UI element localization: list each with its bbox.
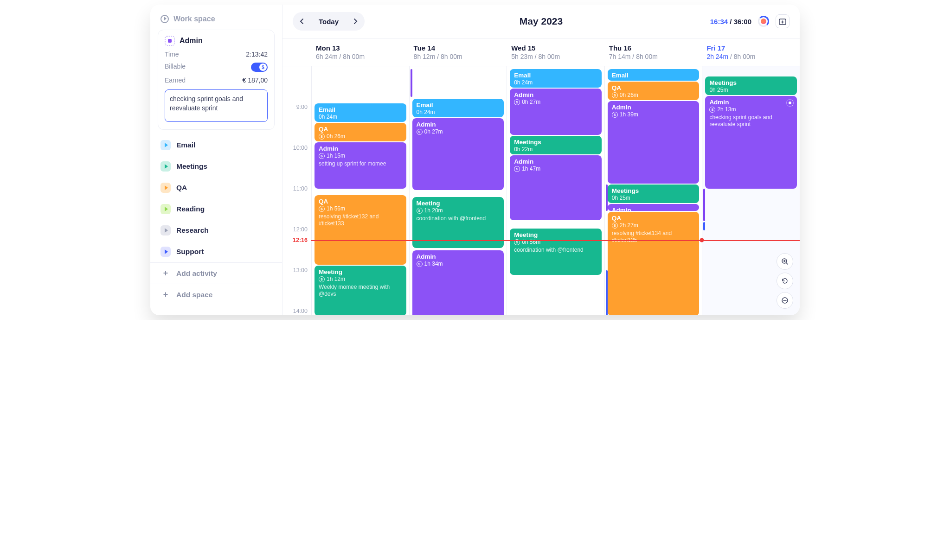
continuation-stripe: [411, 69, 412, 97]
event-title: Admin: [417, 121, 500, 128]
billable-toggle[interactable]: [251, 63, 268, 72]
event-block[interactable]: Meetings0h 22m: [510, 136, 602, 154]
event-duration: $2h 13m: [709, 106, 793, 113]
event-title: Admin: [514, 158, 597, 165]
today-button[interactable]: Today: [311, 18, 346, 25]
event-duration: 0h 25m: [709, 87, 793, 93]
next-button[interactable]: [348, 14, 363, 29]
day-column[interactable]: Email0h 24mAdmin$0h 27mMeetings0h 22mAdm…: [507, 66, 604, 315]
billable-icon: $: [612, 112, 618, 118]
event-block[interactable]: Admin$0h 27m: [412, 118, 504, 190]
billable-icon: $: [514, 166, 520, 172]
continuation-stripe: [703, 222, 705, 230]
event-block[interactable]: Admin$1h 15msetting up sprint for momee: [315, 142, 406, 189]
add-activity-button[interactable]: + Add activity: [150, 262, 282, 284]
event-block[interactable]: Email0h 24m: [315, 103, 406, 122]
workspace-header[interactable]: Work space: [150, 15, 282, 23]
main-panel: Today May 2023 16:34 / 36:00 Mon 1: [282, 5, 800, 315]
day-label: Tue 14: [414, 44, 502, 52]
event-title: Meeting: [417, 200, 500, 207]
calendar-add-button[interactable]: [776, 14, 790, 28]
workspace-label: Work space: [173, 15, 215, 23]
day-label: Wed 15: [511, 44, 600, 52]
event-duration: $0h 56m: [514, 239, 597, 245]
time-row: Time 2:13:42: [165, 51, 268, 58]
activity-item-support[interactable]: Support: [150, 241, 282, 262]
billable-icon: $: [319, 153, 325, 159]
event-block[interactable]: Admin$1h 34m: [412, 250, 504, 315]
time-gutter: 9:0010:0011:0012:0013:0014:0012:16: [282, 66, 311, 315]
billable-icon: $: [709, 107, 715, 113]
hours-current: 16:34: [710, 18, 728, 25]
event-block[interactable]: Email0h 24m: [510, 69, 602, 88]
sidebar: Work space Admin Time 2:13:42 Billable E…: [150, 5, 282, 315]
add-space-button[interactable]: + Add space: [150, 284, 282, 305]
activity-item-qa[interactable]: QA: [150, 177, 282, 198]
event-block[interactable]: Admin$2h 13mchecking sprint goals and re…: [705, 96, 797, 189]
event-block[interactable]: Email0h 24m: [412, 99, 504, 117]
day-header[interactable]: Wed 155h 23m / 8h 00m: [507, 38, 604, 66]
hours-target: 36:00: [734, 18, 751, 25]
event-block[interactable]: Admin: [608, 204, 700, 211]
zoom-out-button[interactable]: [777, 292, 793, 309]
project-name: Admin: [180, 37, 203, 45]
day-header[interactable]: Mon 136h 24m / 8h 00m: [311, 38, 409, 66]
event-duration: 0h 24m: [514, 79, 597, 86]
refresh-icon: [781, 277, 789, 285]
event-title: Email: [319, 106, 402, 113]
prev-button[interactable]: [295, 14, 309, 29]
day-column[interactable]: Email0h 24mAdmin$0h 27mMeeting$1h 20mcoo…: [409, 66, 507, 315]
event-block[interactable]: Meetings0h 25m: [608, 185, 700, 203]
event-block[interactable]: Email: [608, 69, 700, 81]
day-header[interactable]: Tue 148h 12m / 8h 00m: [409, 38, 507, 66]
day-label: Fri 17: [706, 44, 795, 52]
billable-icon: $: [514, 99, 520, 105]
event-desc: setting up sprint for momee: [319, 160, 402, 167]
event-desc: resolving #ticket132 and #ticket133: [319, 213, 402, 227]
project-title-row[interactable]: Admin: [165, 36, 268, 46]
event-title: QA: [612, 215, 695, 222]
hour-label: 14:00: [293, 308, 308, 314]
activity-label: Reading: [176, 205, 205, 213]
day-header[interactable]: Fri 172h 24m / 8h 00m: [702, 38, 800, 66]
zoom-reset-button[interactable]: [777, 273, 793, 289]
event-block[interactable]: Admin$1h 47m: [510, 155, 602, 220]
play-icon: [160, 140, 171, 150]
activity-label: QA: [176, 184, 187, 192]
activity-item-email[interactable]: Email: [150, 134, 282, 156]
earned-label: Earned: [165, 76, 186, 84]
day-header[interactable]: Thu 167h 14m / 8h 00m: [604, 38, 702, 66]
billable-icon: $: [417, 261, 423, 267]
event-desc: coordination with @frontend: [514, 247, 597, 254]
play-icon: [160, 225, 171, 235]
event-block[interactable]: Meetings0h 25m: [705, 76, 797, 95]
event-block[interactable]: Meeting$0h 56mcoordination with @fronten…: [510, 229, 602, 275]
day-label: Thu 16: [609, 44, 698, 52]
event-title: Admin: [319, 145, 402, 152]
day-column[interactable]: EmailQA$0h 26mAdmin$1h 39mMeetings0h 25m…: [604, 66, 702, 315]
event-block[interactable]: Admin$1h 39m: [608, 101, 700, 184]
event-block[interactable]: QA$1h 56mresolving #ticket132 and #ticke…: [315, 195, 406, 265]
event-block[interactable]: Meeting$1h 12mWeekly momee meeting with …: [315, 266, 406, 315]
event-block[interactable]: Admin$0h 27m: [510, 89, 602, 135]
project-card: Admin Time 2:13:42 Billable Earned € 187…: [158, 30, 275, 130]
event-block[interactable]: QA$0h 26m: [608, 82, 700, 100]
event-title: Admin: [514, 91, 597, 98]
billable-icon: $: [417, 129, 423, 135]
activity-item-research[interactable]: Research: [150, 220, 282, 241]
activity-item-meetings[interactable]: Meetings: [150, 156, 282, 177]
zoom-in-button[interactable]: [777, 253, 793, 270]
event-block[interactable]: QA$2h 27mresolving #ticket134 and #ticke…: [608, 212, 700, 315]
activity-label: Meetings: [176, 162, 207, 171]
plus-icon: +: [160, 268, 171, 278]
play-icon: [160, 204, 171, 214]
event-block[interactable]: QA$0h 26m: [315, 123, 406, 141]
event-title: Meetings: [709, 79, 793, 86]
add-activity-label: Add activity: [176, 269, 217, 278]
activity-item-reading[interactable]: Reading: [150, 198, 282, 220]
event-duration: $1h 15m: [319, 153, 402, 159]
day-column[interactable]: Email0h 24mQA$0h 26mAdmin$1h 15msetting …: [311, 66, 409, 315]
billable-icon: $: [612, 223, 618, 229]
event-duration: $0h 26m: [319, 133, 402, 140]
note-input[interactable]: [165, 89, 268, 122]
